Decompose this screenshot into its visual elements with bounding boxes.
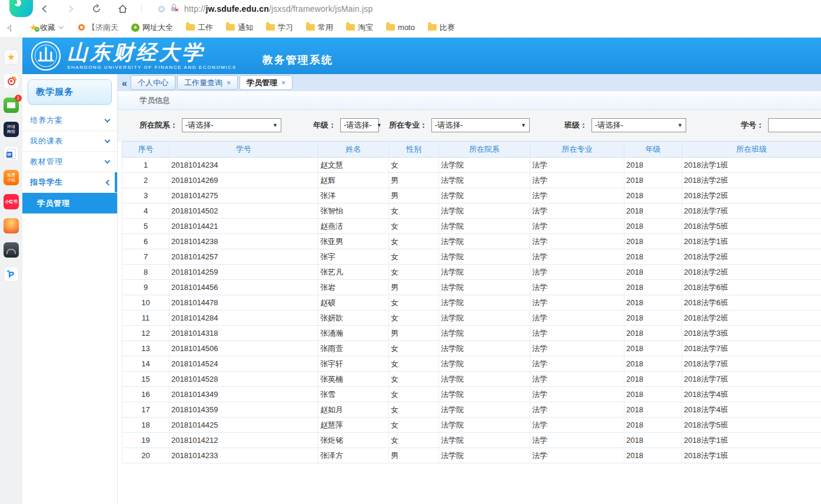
back-icon[interactable] (39, 3, 51, 15)
table-cell: 2018法学4班 (682, 387, 821, 402)
table-cell: 法学 (530, 448, 624, 463)
mail-icon[interactable]: 1 (4, 98, 19, 113)
favorites-button[interactable]: ★ + 收藏 (29, 22, 63, 33)
reader-mode-icon[interactable] (158, 6, 165, 12)
tab-workload-query[interactable]: 工作量查询 × (177, 75, 238, 90)
weibo-icon[interactable] (4, 74, 19, 89)
bookmark-nav-site[interactable]: + 网址大全 (131, 22, 173, 33)
xiaohongshu-icon[interactable]: 小红书 (4, 194, 19, 209)
column-header: 年级 (624, 142, 682, 158)
bookmark-folder[interactable]: 比赛 (428, 22, 455, 33)
table-cell: 20181014359 (169, 402, 318, 418)
huanqiu-wangxiao-icon[interactable]: 环球网校 (4, 122, 19, 137)
table-cell: 法学 (530, 265, 624, 280)
bookmarks-collapse-icon[interactable]: ‹| (7, 23, 12, 32)
table-cell: 法学院 (439, 234, 530, 249)
table-cell: 2018 (624, 448, 682, 463)
url-domain: jw.sdufe.edu.cn (205, 4, 269, 14)
table-cell: 2018 (624, 295, 682, 311)
table-cell: 法学 (530, 219, 624, 234)
table-row: 1420181014524张宇轩女法学院法学20182018法学7班 (122, 356, 821, 372)
table-cell: 4 (122, 203, 169, 219)
bookmark-folder-label: 学习 (278, 22, 293, 33)
toolbar-divider (141, 4, 142, 14)
table-cell: 赵燕洁 (318, 219, 389, 234)
menu-item-label: 培养方案 (30, 115, 63, 126)
submenu-item-student-management[interactable]: 学员管理 (22, 193, 117, 213)
browser-logo-icon[interactable] (9, 0, 33, 17)
tab-label: 学员管理 (247, 78, 277, 88)
table-cell: 2018 (624, 387, 682, 402)
p-app-icon[interactable]: P (4, 266, 19, 282)
table-cell: 16 (122, 387, 169, 402)
bookmark-folder[interactable]: moto (386, 23, 415, 32)
bookmark-jinan[interactable]: 【济南天 (78, 22, 118, 33)
table-cell: 2018法学7班 (682, 203, 821, 219)
menu-item-textbook-management[interactable]: 教材管理 (22, 152, 117, 172)
bookmark-folders: 工作通知学习常用淘宝moto比赛 (186, 22, 455, 33)
table-cell: 张涌瀚 (318, 326, 389, 341)
bookmark-folder[interactable]: 常用 (306, 22, 333, 33)
refresh-icon[interactable] (91, 3, 102, 15)
table-cell: 2018 (624, 173, 682, 188)
home-icon[interactable] (117, 3, 128, 15)
table-cell: 2018 (624, 234, 682, 249)
table-cell: 20181014259 (169, 265, 318, 280)
table-cell: 法学院 (439, 326, 530, 341)
table-cell: 20181014502 (169, 203, 318, 219)
table-cell: 张岩 (318, 280, 389, 295)
address-bar[interactable]: http://jw.sdufe.edu.cn/jsxsd/framework/j… (158, 4, 373, 14)
tab-student-management[interactable]: 学员管理 × (240, 75, 292, 90)
department-select[interactable]: -请选择- ▼ (182, 118, 281, 132)
student-id-input[interactable] (768, 118, 821, 132)
table-cell: 2018法学2班 (682, 249, 821, 265)
table-cell: 2018 (624, 418, 682, 433)
table-cell: 20181014425 (169, 418, 318, 433)
menu-item-label: 指导学生 (30, 177, 63, 188)
close-icon[interactable]: × (227, 79, 231, 87)
tab-personal-center[interactable]: 个人中心 (131, 75, 175, 90)
table-cell: 女 (389, 433, 439, 448)
menu-item-guide-students[interactable]: 指导学生 (22, 172, 117, 193)
table-row: 720181014257张宇女法学院法学20182018法学2班 (122, 249, 821, 265)
sidebar-favorites-icon[interactable]: ★ (4, 49, 19, 65)
free-novel-icon[interactable]: 免费小说 (4, 170, 19, 185)
bookmark-folder[interactable]: 工作 (186, 22, 213, 33)
pubg-game-icon[interactable] (4, 242, 19, 258)
table-cell: 法学院 (439, 158, 530, 173)
column-header: 所在班级 (682, 142, 821, 158)
table-cell: 2018 (624, 326, 682, 341)
table-cell: 2018 (624, 265, 682, 280)
table-cell: 张泽方 (318, 448, 389, 463)
tabs-collapse-icon[interactable]: « (122, 78, 127, 89)
bookmarks-bar: ‹| ★ + 收藏 【济南天 + 网址大全 工作通知学习常用淘宝moto比赛 (0, 18, 821, 38)
table-cell: 女 (389, 234, 439, 249)
table-cell: 20 (122, 448, 169, 463)
table-cell: 2 (122, 173, 169, 188)
grade-select[interactable]: -请选择- ▼ (340, 118, 379, 132)
game-icon[interactable] (4, 218, 19, 233)
chevron-left-icon (106, 179, 112, 185)
bookmark-folder[interactable]: 通知 (226, 22, 253, 33)
url-scheme: http:// (184, 4, 205, 14)
bookmark-folder[interactable]: 学习 (266, 22, 293, 33)
table-cell: 法学 (530, 372, 624, 387)
table-row: 1720181014359赵如月女法学院法学20182018法学4班 (122, 402, 821, 418)
browser-side-app-bar: ★ 1 环球网校 免费小说 小红书 P (0, 38, 22, 504)
menu-item-label: 我的课表 (30, 136, 63, 146)
forward-icon[interactable] (65, 3, 77, 15)
table-cell: 20181014233 (169, 448, 318, 463)
table-row: 1520181014528张英楠女法学院法学20182018法学7班 (122, 372, 821, 387)
menu-item-my-timetable[interactable]: 我的课表 (22, 131, 117, 152)
table-cell: 7 (122, 249, 169, 265)
students-table: 序号学号姓名性别所在院系所在专业年级所在班级 120181014234赵文慧女法… (122, 141, 821, 463)
menu-item-training-plan[interactable]: 培养方案 (22, 111, 117, 131)
insecure-lock-icon[interactable] (170, 4, 179, 14)
table-cell: 20181014506 (169, 341, 318, 356)
class-select[interactable]: -请选择- ▼ (591, 118, 686, 132)
word-document-icon[interactable] (4, 146, 19, 161)
url-text[interactable]: http://jw.sdufe.edu.cn/jsxsd/framework/j… (184, 4, 373, 14)
bookmark-folder[interactable]: 淘宝 (346, 22, 373, 33)
close-icon[interactable]: × (281, 79, 285, 87)
major-select[interactable]: -请选择- ▼ (431, 118, 530, 132)
